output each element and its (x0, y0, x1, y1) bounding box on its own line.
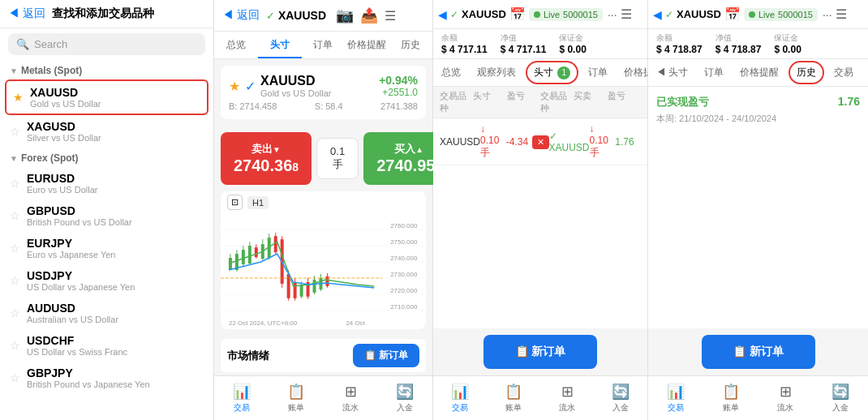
search-bar[interactable]: 🔍 Search (8, 33, 205, 55)
panel2-tabs: 总览 头寸 订单 价格提醒 历史 (214, 32, 432, 59)
svg-text:24 Oct: 24 Oct (346, 319, 365, 327)
chart-timeframe[interactable]: H1 (247, 196, 269, 209)
star-icon[interactable]: ☆ (10, 371, 20, 384)
tab-orders[interactable]: 订单 (302, 32, 346, 58)
panel-account-center: ◀ ✓ XAUUSD 📅 Live 5000015 ··· ☰ 余额 $ 4 7… (433, 0, 648, 420)
panel4-nav-bill[interactable]: 📋 账单 (703, 379, 758, 417)
positions-badge: 1 (557, 66, 570, 79)
search-input[interactable]: Search (34, 38, 67, 50)
panel4-nav-deposit[interactable]: 🔄 入金 (813, 379, 868, 417)
panel2-symbol: XAUUSD (278, 9, 326, 22)
panel3-more-icon[interactable]: ··· (608, 8, 617, 21)
menu-icon[interactable]: ☰ (385, 8, 396, 24)
panel3-nav-trade[interactable]: 📊 交易 (433, 379, 487, 417)
instrument-gbpjpy[interactable]: ☆ GBPJPY British Pound vs Japanese Yen (0, 362, 213, 394)
lot-selector[interactable]: 0.1 手 (316, 138, 359, 179)
tab-positions[interactable]: 头寸 (258, 32, 302, 58)
sell-button[interactable]: 卖出▼ 2740.368 (221, 132, 312, 185)
instrument-usdchf[interactable]: ☆ USDCHF US Dollar vs Swiss Franc (0, 329, 213, 362)
star-icon[interactable]: ☆ (10, 274, 20, 287)
star-icon[interactable]: ★ (13, 91, 24, 104)
tab4-positions[interactable]: ◀ 头寸 (648, 59, 696, 86)
p3-deposit-icon: 🔄 (612, 383, 630, 401)
tab3-overview[interactable]: 总览 (433, 59, 469, 86)
tab3-positions[interactable]: 头寸 1 (526, 61, 578, 84)
instrument-desc: US Dollar vs Japanese Yen (27, 282, 135, 292)
last-price: 2741.388 (380, 101, 418, 111)
instrument-xagusd[interactable]: ☆ XAGUSD Silver vs US Dollar (0, 115, 213, 148)
panel3-calendar-icon[interactable]: 📅 (509, 6, 526, 22)
card-title: XAUUSD (260, 74, 374, 88)
star-icon[interactable]: ☆ (10, 209, 20, 222)
panel4-nav-trade[interactable]: 📊 交易 (648, 379, 703, 417)
panel4-account-live-label: Live (758, 10, 775, 19)
star-icon[interactable]: ☆ (10, 242, 20, 255)
nav-trade-label: 交易 (234, 402, 250, 414)
star-icon[interactable]: ☆ (10, 125, 20, 138)
panel3-nav-deposit[interactable]: 🔄 入金 (594, 379, 647, 417)
card-star-icon[interactable]: ★ (229, 79, 240, 94)
category-label: Forex (Spot) (21, 152, 79, 164)
category-metals: ▼ Metals (Spot) (0, 60, 213, 79)
panel2-back-button[interactable]: ◀ 返回 (222, 8, 260, 23)
tab-alerts[interactable]: 价格提醒 (345, 32, 389, 58)
tab4-history[interactable]: 历史 (789, 61, 824, 84)
panel3-nav-bill[interactable]: 📋 账单 (487, 379, 540, 417)
star-icon[interactable]: ☆ (10, 339, 20, 352)
p4-deposit-label: 入金 (832, 402, 849, 414)
tab-history[interactable]: 历史 (389, 32, 432, 58)
new-order-button[interactable]: 📋 新订单 (353, 344, 419, 367)
panel3-new-order-button[interactable]: 📋 新订单 (483, 335, 597, 369)
svg-text:2740.000: 2740.000 (390, 255, 418, 262)
instrument-symbol: GBPJPY (27, 366, 150, 379)
instrument-desc: Silver vs US Dollar (27, 133, 101, 143)
panel1-back-button[interactable]: ◀ 返回 (8, 6, 45, 21)
instrument-info: USDJPY US Dollar vs Japanese Yen (27, 269, 135, 292)
panel4-new-order-button[interactable]: 📋 新订单 (702, 335, 815, 369)
instrument-xauusd[interactable]: ★ XAUUSD Gold vs US Dollar (5, 79, 208, 115)
panel3-nav-flow[interactable]: ⊞ 流水 (540, 379, 594, 417)
tab4-trade[interactable]: 交易 (826, 59, 862, 86)
chart-expand-icon[interactable]: ⊡ (227, 195, 243, 210)
instrument-eurjpy[interactable]: ☆ EURJPY Euro vs Japanese Yen (0, 232, 213, 264)
p4-balance-item-2: 净值 $ 4 718.87 (715, 32, 762, 55)
camera-icon[interactable]: 📷 (336, 6, 354, 24)
nav-trade[interactable]: 📊 交易 (214, 379, 269, 417)
tab-overview[interactable]: 总览 (214, 32, 258, 58)
close-position-button[interactable]: ✕ (532, 135, 549, 149)
panel4-menu-icon[interactable]: ☰ (836, 6, 847, 22)
panel2-bottom-nav: 📊 交易 📋 账单 ⊞ 流水 🔄 入金 (214, 375, 432, 420)
star-icon[interactable]: ☆ (10, 177, 20, 190)
panel4-calendar-icon[interactable]: 📅 (724, 6, 741, 22)
instrument-symbol: AUDUSD (27, 302, 118, 315)
instrument-symbol: GBPUSD (27, 204, 132, 217)
panel4-nav-flow[interactable]: ⊞ 流水 (758, 379, 814, 417)
tab3-orders[interactable]: 订单 (580, 59, 616, 86)
svg-text:22 Oct 2024, UTC+8:00: 22 Oct 2024, UTC+8:00 (229, 319, 298, 327)
trade-icon: 📊 (233, 383, 251, 401)
star-icon[interactable]: ☆ (10, 306, 20, 319)
instrument-audusd[interactable]: ☆ AUDUSD Australian vs US Dollar (0, 297, 213, 329)
instrument-info: EURJPY Euro vs Japanese Yen (27, 237, 115, 259)
panel4-back-button[interactable]: ◀ (653, 8, 662, 21)
col-pnl: 盈亏 (507, 90, 540, 114)
nav-deposit-label: 入金 (397, 402, 413, 414)
p4-bill-label: 账单 (723, 402, 739, 414)
tab4-orders[interactable]: 订单 (696, 59, 732, 86)
tab3-alerts[interactable]: 价格提醒 (616, 59, 647, 86)
panel4-live-indicator (749, 11, 755, 18)
nav-bill[interactable]: 📋 账单 (269, 379, 323, 417)
instrument-eurusd[interactable]: ☆ EURUSD Euro vs US Dollar (0, 167, 213, 199)
balance-item-3: 保证金 $ 0.00 (559, 32, 586, 55)
nav-flow[interactable]: ⊞ 流水 (324, 379, 378, 417)
panel3-back-button[interactable]: ◀ (438, 8, 447, 21)
nav-deposit[interactable]: 🔄 入金 (378, 379, 432, 417)
instrument-gbpusd[interactable]: ☆ GBPUSD British Pound vs US Dollar (0, 199, 213, 232)
share-icon[interactable]: 📤 (360, 6, 378, 24)
instrument-usdjpy[interactable]: ☆ USDJPY US Dollar vs Japanese Yen (0, 264, 213, 297)
tab4-alerts[interactable]: 价格提醒 (732, 59, 787, 86)
panel4-check-icon: ✓ (665, 9, 673, 20)
panel3-menu-icon[interactable]: ☰ (621, 6, 632, 22)
tab3-watchlist[interactable]: 观察列表 (469, 59, 524, 86)
panel4-more-icon[interactable]: ··· (823, 8, 832, 21)
